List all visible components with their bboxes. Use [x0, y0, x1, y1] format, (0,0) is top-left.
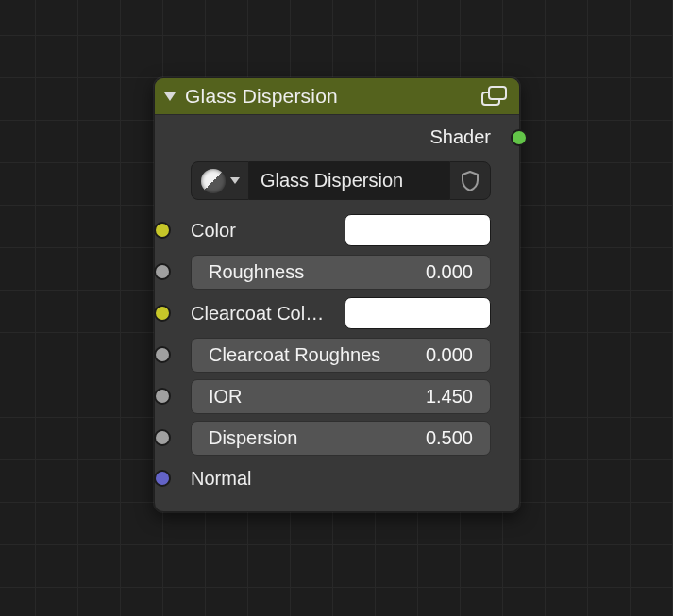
input-color-label: Color: [191, 220, 333, 241]
nodegroup-name-text: Glass Dispersion: [261, 170, 403, 191]
input-clearcoat-roughness-value: 0.000: [426, 344, 473, 366]
datablock-picker-button[interactable]: [191, 161, 249, 200]
input-clearcoat-roughness-label: Clearcoat Roughnes: [209, 344, 390, 366]
input-dispersion-label: Dispersion: [209, 427, 307, 449]
input-normal-label: Normal: [191, 468, 491, 490]
input-roughness-label: Roughness: [209, 261, 313, 283]
input-color-row: Color: [191, 211, 491, 249]
nodegroup-selector: Glass Dispersion: [191, 161, 491, 200]
input-roughness-row: Roughness 0.000: [191, 253, 491, 291]
input-clearcoat-color-row: Clearcoat Col…: [191, 294, 491, 332]
output-shader-row: Shader: [164, 121, 510, 158]
output-shader-socket[interactable]: [511, 129, 528, 146]
fake-user-button[interactable]: [449, 161, 491, 200]
input-clearcoat-roughness-row: Clearcoat Roughnes 0.000: [191, 336, 491, 374]
input-dispersion-row: Dispersion 0.500: [191, 419, 491, 457]
input-color-socket[interactable]: [154, 222, 171, 239]
input-dispersion-socket[interactable]: [154, 429, 171, 446]
input-normal-row: Normal: [191, 462, 491, 494]
node-title: Glass Dispersion: [185, 85, 472, 108]
material-sphere-icon: [201, 169, 226, 193]
node-header[interactable]: Glass Dispersion: [155, 78, 519, 115]
svg-rect-1: [489, 87, 506, 99]
shader-node[interactable]: Glass Dispersion Shader Glass Dispersion: [154, 77, 520, 512]
collapse-toggle-icon[interactable]: [164, 92, 176, 101]
nodegroup-name-field[interactable]: Glass Dispersion: [249, 161, 449, 200]
input-dispersion-value: 0.500: [426, 427, 473, 449]
output-shader-label: Shader: [430, 126, 505, 148]
input-ior-value: 1.450: [426, 386, 473, 408]
input-ior-field[interactable]: IOR 1.450: [191, 379, 491, 414]
input-clearcoat-color-label: Clearcoat Col…: [191, 303, 333, 325]
input-ior-row: IOR 1.450: [191, 377, 491, 415]
input-roughness-field[interactable]: Roughness 0.000: [191, 255, 491, 290]
input-clearcoat-roughness-field[interactable]: Clearcoat Roughnes 0.000: [191, 338, 491, 373]
node-body: Shader Glass Dispersion Color: [155, 115, 519, 511]
shield-icon: [461, 171, 480, 191]
input-normal-socket[interactable]: [154, 470, 171, 487]
input-roughness-value: 0.000: [426, 261, 473, 283]
input-ior-socket[interactable]: [154, 388, 171, 405]
input-ior-label: IOR: [209, 386, 252, 408]
input-roughness-socket[interactable]: [154, 263, 171, 280]
input-color-swatch[interactable]: [345, 214, 491, 246]
chevron-down-icon: [230, 177, 240, 184]
input-clearcoat-color-swatch[interactable]: [345, 297, 491, 329]
input-clearcoat-roughness-socket[interactable]: [154, 346, 171, 363]
node-group-icon[interactable]: [481, 86, 508, 107]
input-dispersion-field[interactable]: Dispersion 0.500: [191, 421, 491, 456]
input-clearcoat-color-socket[interactable]: [154, 305, 171, 322]
